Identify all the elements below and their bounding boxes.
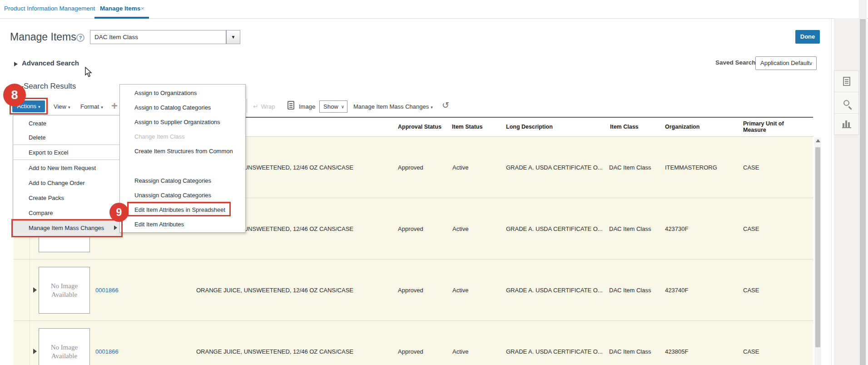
organization: ITEMMASTERORG [665, 164, 717, 171]
submenu-item-edit-item-attributes[interactable]: Edit Item Attributes [120, 217, 245, 232]
item-status: Active [452, 287, 468, 294]
document-icon [843, 77, 850, 86]
item-class: DAC Item Class [609, 348, 651, 355]
manage-items-page: Product Information Management Manage It… [0, 0, 868, 365]
item-class-input[interactable]: DAC Item Class [90, 30, 226, 44]
item-link[interactable]: 0001866 [95, 287, 119, 294]
active-tab-underline [94, 17, 149, 19]
submenu-item-edit-item-attributes-in-spreadsheet[interactable]: Edit Item Attributes in Spreadsheet [120, 203, 245, 217]
submenu-item-unassign-catalog-categories[interactable]: Unassign Catalog Categories [120, 188, 245, 203]
bar-chart-icon [842, 120, 851, 128]
scroll-up-icon[interactable] [816, 139, 820, 142]
submenu-arrow-icon [114, 225, 117, 230]
item-link[interactable]: 0001866 [95, 348, 119, 355]
submenu-item-assign-to-organizations[interactable]: Assign to Organizations [120, 86, 245, 100]
submenu-item-create-item-structures-from-common[interactable]: Create Item Structures from Common [120, 144, 245, 159]
search-icon [843, 100, 849, 106]
submenu-item-reassign-catalog-categories[interactable]: Reassign Catalog Categories [120, 174, 245, 188]
saved-search-value: Application Default [760, 60, 809, 66]
column-header-item-class[interactable]: Item Class [610, 117, 639, 136]
wrap-icon: ↵ [253, 103, 258, 110]
column-header-long-description[interactable]: Long Description [506, 117, 553, 136]
organization: 423740F [665, 287, 688, 294]
menu-item-add-to-change-order[interactable]: Add to Change Order [13, 175, 121, 190]
add-icon[interactable]: + [111, 100, 118, 112]
show-select[interactable]: Show ∨ [319, 100, 347, 113]
table-row[interactable]: No Image Available 0001866 ORANGE JUICE,… [14, 321, 813, 365]
format-menu-button[interactable]: Format▾ [80, 103, 103, 110]
caret-down-icon: ▾ [38, 105, 40, 109]
organization: 423730F [665, 225, 688, 232]
search-results-heading: Search Results [24, 82, 76, 91]
no-image-text: No Image [51, 282, 78, 290]
item-description: ORANGE JUICE, UNSWEETENED, 12/46 OZ CANS… [196, 348, 353, 355]
approval-status: Approved [398, 287, 423, 294]
tab-manage-items[interactable]: Manage Items [100, 5, 140, 12]
page-scrollbar-thumb[interactable] [860, 19, 866, 365]
refresh-icon[interactable]: ↺ [442, 100, 449, 110]
menu-item-export-to-excel[interactable]: Export to Excel [13, 145, 121, 160]
done-button[interactable]: Done [795, 30, 820, 44]
caret-down-icon: ▾ [101, 105, 103, 110]
menu-item-manage-item-mass-changes[interactable]: Manage Item Mass Changes [13, 220, 121, 235]
column-header-item-status[interactable]: Item Status [452, 117, 482, 136]
approval-status: Approved [398, 164, 423, 171]
caret-down-icon: ▾ [68, 105, 70, 110]
menu-item-delete[interactable]: Delete [13, 130, 121, 145]
item-status: Active [452, 225, 468, 232]
item-class: DAC Item Class [609, 287, 651, 294]
submenu-item-assign-to-catalog-categories[interactable]: Assign to Catalog Categories [120, 100, 245, 115]
long-description: GRADE A. USDA CERTIFICATE O... [506, 164, 605, 171]
item-class-dropdown-button[interactable]: ▼ [226, 30, 240, 44]
menu-separator [13, 145, 121, 145]
submenu-item-assign-to-supplier-organizations[interactable]: Assign to Supplier Organizations [120, 115, 245, 130]
chevron-down-icon: ∨ [341, 101, 344, 112]
column-header-organization[interactable]: Organization [665, 117, 699, 136]
mass-changes-label: Manage Item Mass Changes [353, 103, 429, 110]
view-label: View [54, 103, 66, 110]
help-icon[interactable]: ? [76, 34, 84, 42]
dropdown-triangle-icon: ▼ [231, 35, 236, 40]
toolbar-separator [247, 99, 247, 113]
tab-product-information-management[interactable]: Product Information Management [4, 5, 95, 12]
menu-item-compare[interactable]: Compare [13, 205, 121, 220]
advanced-search-toggle[interactable]: Advanced Search [22, 59, 79, 67]
organization: 423805F [665, 348, 688, 355]
row-expander-icon[interactable] [33, 287, 37, 293]
image-button[interactable]: Image [299, 103, 315, 110]
show-value: Show [323, 103, 338, 110]
item-status: Active [452, 348, 468, 355]
page-title: Manage Items [10, 31, 76, 43]
menu-item-create-packs[interactable]: Create Packs [13, 190, 121, 205]
mouse-cursor-icon [85, 67, 93, 77]
column-header-primary-uom[interactable]: Primary Unit of Measure [743, 117, 793, 136]
tab-close-icon[interactable]: × [141, 5, 144, 12]
table-scrollbar-thumb[interactable] [815, 147, 820, 347]
row-expander-icon[interactable] [33, 349, 37, 354]
table-row[interactable]: No Image Available 0001866 ORANGE JUICE,… [14, 260, 813, 321]
column-divider [30, 260, 30, 320]
wrap-label: Wrap [261, 103, 275, 110]
chevron-down-icon: ∨ [809, 57, 813, 70]
saved-search-select[interactable]: Application Default ∨ [755, 56, 817, 70]
content-right-border [831, 18, 832, 365]
no-image-text: Available [51, 352, 77, 360]
primary-uom: CASE [743, 225, 759, 232]
menu-item-create[interactable]: Create [13, 116, 121, 130]
manage-item-mass-changes-toolbar-button[interactable]: Manage Item Mass Changes▾ [353, 103, 433, 110]
advanced-search-collapsed-icon[interactable] [14, 62, 18, 66]
long-description: GRADE A. USDA CERTIFICATE O... [506, 287, 605, 294]
item-class: DAC Item Class [609, 225, 651, 232]
image-clipboard-icon [288, 101, 294, 110]
item-status: Active [452, 164, 468, 171]
side-document-button[interactable] [834, 70, 859, 92]
no-image-text: Available [51, 290, 77, 299]
side-chart-button[interactable] [834, 113, 859, 135]
view-menu-button[interactable]: View▾ [54, 103, 70, 110]
no-image-placeholder: No Image Available [39, 328, 90, 365]
side-search-button[interactable] [834, 92, 859, 114]
menu-item-add-to-new-item-request[interactable]: Add to New Item Request [13, 160, 121, 175]
column-divider [30, 321, 30, 365]
column-header-approval-status[interactable]: Approval Status [398, 117, 441, 136]
item-class: DAC Item Class [609, 164, 651, 171]
